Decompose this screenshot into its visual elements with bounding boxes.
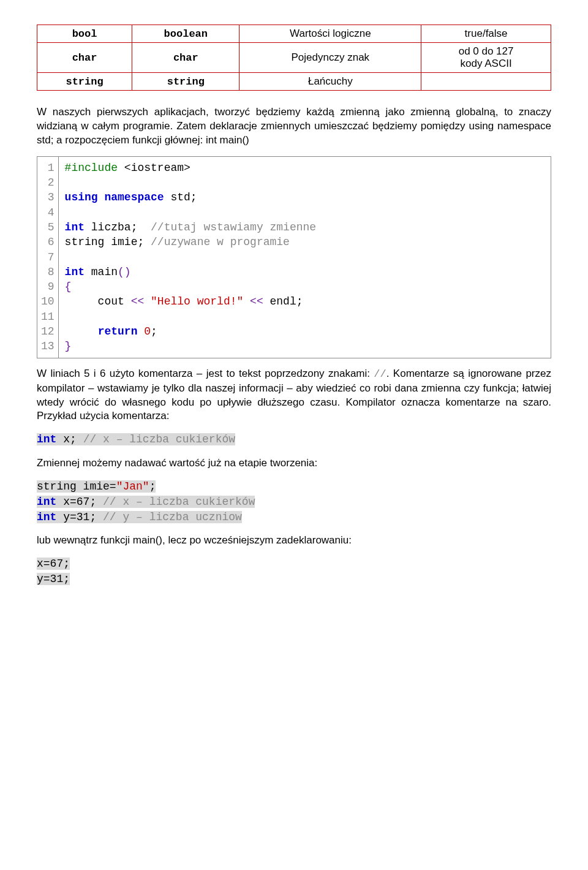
code-token: string imie= — [37, 480, 116, 493]
code-snippet-2: string imie="Jan";int x=67; // x – liczb… — [37, 479, 551, 526]
cell: string — [132, 73, 239, 91]
code-token: x=67; — [37, 558, 70, 570]
code-token: liczba; — [85, 221, 151, 233]
code-token: x=67; — [56, 496, 103, 508]
paragraph-comments: W liniach 5 i 6 użyto komentarza – jest … — [37, 367, 551, 424]
types-table: bool boolean Wartości logiczne true/fals… — [37, 25, 551, 91]
cell: Wartości logiczne — [239, 25, 421, 43]
table-row: string string Łańcuchy — [37, 73, 551, 91]
code-token: std; — [164, 191, 197, 203]
table-row: bool boolean Wartości logiczne true/fals… — [37, 25, 551, 43]
code-token: string imie; — [65, 236, 151, 248]
code-inline: // — [374, 368, 386, 380]
code-token: endl; — [263, 295, 303, 308]
code-token: int — [65, 221, 85, 233]
table-row: char char Pojedynczy znak od 0 do 127 ko… — [37, 43, 551, 73]
code-token — [243, 295, 250, 308]
code-token: cout — [65, 295, 131, 308]
code-token: int — [37, 511, 56, 523]
code-token: //tutaj wstawiamy zmienne — [151, 221, 316, 233]
code-snippet-3: x=67;y=31; — [37, 556, 551, 587]
text: W liniach 5 i 6 użyto komentarza – jest … — [37, 368, 374, 379]
paragraph-intro: W naszych pierwszych aplikacjach, tworzy… — [37, 105, 551, 148]
paragraph-assign: Zmiennej możemy nadawać wartość już na e… — [37, 456, 551, 471]
code-token: << — [250, 295, 263, 308]
paragraph-main: lub wewnątrz funkcji main(), lecz po wcz… — [37, 534, 551, 548]
code-token: ; — [149, 480, 156, 493]
code-token: () — [118, 266, 131, 278]
cell: char — [37, 43, 132, 73]
code-token: "Hello world!" — [151, 295, 243, 308]
cell: boolean — [132, 25, 239, 43]
code-token: int — [65, 266, 85, 278]
code-token: x; — [56, 433, 83, 445]
code-token: // y – liczba uczniow — [103, 511, 242, 523]
code-token: << — [131, 295, 145, 308]
code-token: //uzywane w programie — [151, 236, 290, 248]
code-line-numbers: 1 2 3 4 5 6 7 8 9 10 11 12 13 — [37, 157, 59, 358]
code-token: int — [37, 433, 56, 445]
code-token: ; — [151, 325, 157, 338]
code-token: using — [65, 191, 98, 203]
cell: od 0 do 127 kody ASCII — [421, 43, 551, 73]
cell: true/false — [421, 25, 551, 43]
code-token: y=31; — [56, 511, 103, 523]
code-token — [98, 191, 105, 203]
cell: Pojedynczy znak — [239, 43, 421, 73]
cell: string — [37, 73, 132, 91]
cell: bool — [37, 25, 132, 43]
code-token: // x – liczba cukierków — [103, 496, 255, 508]
code-token: main — [85, 266, 118, 278]
code-token: // x – liczba cukierków — [83, 433, 235, 445]
code-token: #include — [65, 162, 118, 174]
code-token — [137, 325, 144, 338]
code-snippet-1: int x; // x – liczba cukierków — [37, 432, 551, 447]
code-token: y=31; — [37, 573, 70, 585]
cell: Łańcuchy — [239, 73, 421, 91]
code-listing: 1 2 3 4 5 6 7 8 9 10 11 12 13 #include <… — [37, 156, 551, 358]
code-token: { — [65, 281, 72, 293]
code-token — [144, 295, 151, 308]
code-token: <iostream> — [118, 162, 190, 174]
code-token: "Jan" — [116, 480, 149, 493]
code-token: } — [65, 340, 72, 352]
cell: char — [132, 43, 239, 73]
code-token: return — [98, 325, 138, 338]
code-token: namespace — [104, 191, 164, 203]
cell — [421, 73, 551, 91]
code-content: #include <iostream> using namespace std;… — [59, 157, 551, 358]
code-token: 0 — [144, 325, 151, 338]
code-token: int — [37, 496, 56, 508]
code-token — [65, 325, 98, 338]
